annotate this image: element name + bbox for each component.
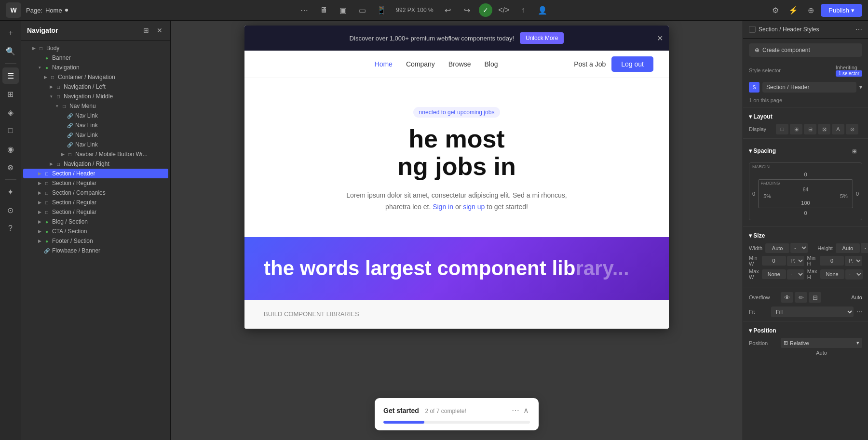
- padding-top-value[interactable]: 64: [760, 187, 851, 192]
- tree-item-cta-section[interactable]: ▶ ● CTA / Section: [23, 227, 168, 236]
- display-block-button[interactable]: □: [776, 124, 788, 134]
- tree-item-section-regular-3[interactable]: ▶ □ Section / Regular: [23, 207, 168, 217]
- inherit-count[interactable]: 1 selector: [836, 70, 862, 77]
- selector-dropdown[interactable]: Section / Header: [762, 82, 856, 93]
- analytics-button[interactable]: ⚡: [786, 4, 801, 17]
- min-w-input[interactable]: [762, 256, 786, 266]
- cms-button[interactable]: ◈: [2, 104, 19, 120]
- publish-button[interactable]: Publish ▾: [821, 4, 862, 17]
- navigator-expand-button[interactable]: ⊞: [141, 26, 151, 35]
- tree-item-nav-left[interactable]: ▶ □ Navigation / Left: [23, 82, 168, 92]
- nav-link-browse[interactable]: Browse: [448, 60, 471, 68]
- tree-item-container-nav[interactable]: ▶ □ Container / Navigation: [23, 72, 168, 82]
- account-button[interactable]: 👤: [535, 2, 550, 18]
- min-h-unit[interactable]: PX: [845, 256, 862, 266]
- tree-item-blog-section[interactable]: ▶ ● Blog / Section: [23, 217, 168, 227]
- tree-item-banner[interactable]: ● Banner: [23, 53, 168, 63]
- fit-more-button[interactable]: ⋯: [856, 308, 862, 315]
- hero-signup-link[interactable]: sign up: [463, 203, 485, 211]
- add-elements-button[interactable]: ＋: [2, 25, 19, 41]
- display-inline-button[interactable]: ⊠: [818, 124, 830, 134]
- tablet-view-button[interactable]: ▣: [335, 2, 351, 18]
- width-input[interactable]: [765, 243, 789, 253]
- create-component-button[interactable]: ⊕ Create component: [749, 43, 862, 57]
- nav-link-blog[interactable]: Blog: [485, 60, 498, 68]
- tree-item-flowbase-banner[interactable]: 🔗 Flowbase / Banner: [23, 246, 168, 255]
- dots-menu-button[interactable]: ⋯: [297, 2, 312, 18]
- navigator-button[interactable]: ☰: [2, 67, 19, 84]
- display-text-button[interactable]: A: [832, 124, 844, 134]
- tree-item-nav-link-1[interactable]: 🔗 Nav Link: [23, 111, 168, 120]
- mobile-landscape-button[interactable]: ▭: [354, 2, 370, 18]
- tree-item-nav-menu[interactable]: ▾ □ Nav Menu: [23, 101, 168, 111]
- overflow-visible-button[interactable]: 👁: [781, 292, 793, 303]
- fit-select[interactable]: Fill: [771, 307, 854, 317]
- components-button[interactable]: ⊞: [2, 86, 19, 102]
- max-w-input[interactable]: [762, 269, 786, 279]
- tree-item-nav-link-2[interactable]: 🔗 Nav Link: [23, 120, 168, 130]
- min-h-input[interactable]: [820, 256, 844, 266]
- canvas-view-button[interactable]: 🖥: [316, 2, 331, 18]
- tree-item-section-header[interactable]: ▶ □ Section / Header: [23, 169, 168, 178]
- margin-left-value[interactable]: 0: [752, 191, 755, 197]
- margin-right-value[interactable]: 0: [856, 191, 859, 197]
- redo-button[interactable]: ↪: [460, 2, 475, 18]
- collab-button[interactable]: ⊕: [805, 4, 817, 17]
- ecommerce-button[interactable]: ◉: [2, 141, 19, 157]
- tree-item-section-regular-1[interactable]: ▶ □ Section / Regular: [23, 178, 168, 188]
- logout-button[interactable]: Log out: [611, 56, 653, 72]
- tree-item-navbar-mobile[interactable]: ▶ □ Navbar / Mobile Button Wr...: [23, 149, 168, 159]
- assets-button[interactable]: □: [2, 122, 19, 139]
- share-button[interactable]: ↑: [515, 2, 531, 18]
- display-flex-button[interactable]: ⊞: [790, 124, 802, 134]
- help-button[interactable]: ?: [2, 220, 19, 237]
- tree-item-footer-section[interactable]: ▶ ● Footer / Section: [23, 236, 168, 246]
- search-button[interactable]: 🔍: [2, 43, 19, 59]
- height-input[interactable]: [836, 243, 860, 253]
- navigator-close-button[interactable]: ✕: [155, 26, 164, 35]
- zoom-button[interactable]: ⊙: [2, 202, 19, 218]
- margin-top-value[interactable]: 0: [752, 171, 859, 178]
- integrations-button[interactable]: ✦: [2, 184, 19, 200]
- tree-item-body[interactable]: ▶ □ Body: [23, 43, 168, 53]
- overflow-hidden-button[interactable]: ✏: [795, 292, 807, 303]
- tree-item-nav-link-4[interactable]: 🔗 Nav Link: [23, 140, 168, 149]
- padding-left-value[interactable]: 5%: [763, 193, 771, 199]
- rp-checkbox[interactable]: [749, 26, 756, 33]
- mobile-portrait-button[interactable]: 📱: [374, 2, 389, 18]
- get-started-more-button[interactable]: ⋯: [511, 405, 520, 416]
- nav-link-home[interactable]: Home: [375, 60, 393, 68]
- padding-right-value[interactable]: 5%: [840, 193, 848, 199]
- nav-link-company[interactable]: Company: [406, 60, 435, 68]
- post-job-button[interactable]: Post a Job: [574, 60, 606, 68]
- code-button[interactable]: </>: [496, 2, 512, 18]
- settings-button[interactable]: ⚙: [769, 4, 782, 17]
- max-w-unit[interactable]: -: [787, 269, 804, 280]
- max-h-unit[interactable]: -: [845, 269, 863, 280]
- padding-bottom-value[interactable]: 100: [760, 200, 851, 206]
- rp-more-button[interactable]: ⋯: [855, 26, 862, 33]
- tree-item-nav-middle[interactable]: ▾ □ Navigation / Middle: [23, 92, 168, 101]
- tree-item-nav-link-3[interactable]: 🔗 Nav Link: [23, 130, 168, 140]
- inherit-badge[interactable]: Inheriting 1 selector: [836, 65, 862, 76]
- display-none-button[interactable]: ⊘: [846, 124, 858, 134]
- unlock-more-button[interactable]: Unlock More: [520, 32, 564, 44]
- hero-signin-link[interactable]: Sign in: [433, 203, 453, 211]
- get-started-collapse-button[interactable]: ∧: [522, 405, 530, 416]
- promo-close-button[interactable]: ✕: [657, 34, 663, 43]
- max-h-input[interactable]: [820, 269, 844, 279]
- logic-button[interactable]: ⊗: [2, 159, 19, 175]
- tree-item-section-regular-2[interactable]: ▶ □ Section / Regular: [23, 198, 168, 207]
- margin-bottom-value[interactable]: 0: [752, 209, 859, 217]
- min-w-unit[interactable]: PX: [787, 256, 804, 266]
- width-unit-select[interactable]: -: [790, 243, 808, 253]
- tree-item-nav-right[interactable]: ▶ □ Navigation / Right: [23, 159, 168, 169]
- overflow-scroll-button[interactable]: ⊟: [809, 292, 821, 303]
- undo-button[interactable]: ↩: [440, 2, 456, 18]
- tree-item-section-companies[interactable]: ▶ □ Section / Companies: [23, 188, 168, 198]
- tree-item-navigation[interactable]: ▾ ● Navigation: [23, 63, 168, 72]
- height-unit-select[interactable]: -: [861, 243, 868, 253]
- spacing-expand-button[interactable]: ⊞: [846, 145, 862, 157]
- display-grid-button[interactable]: ⊟: [804, 124, 816, 134]
- position-select[interactable]: ⊞ Relative ▾: [781, 338, 862, 348]
